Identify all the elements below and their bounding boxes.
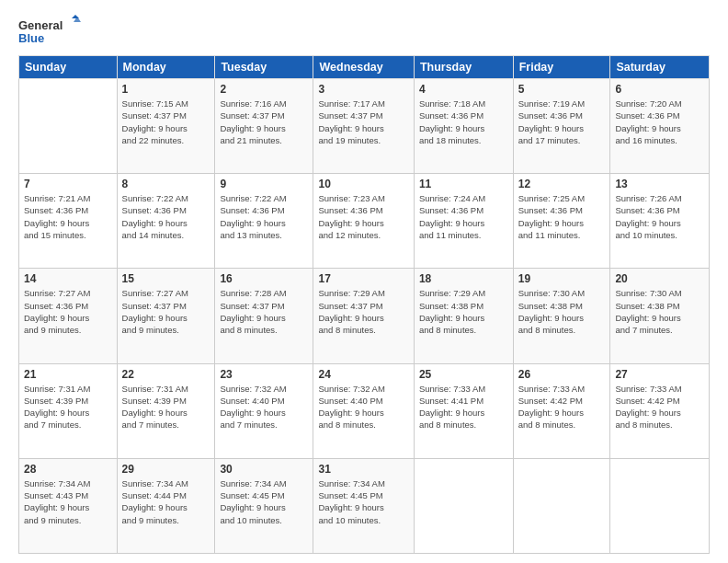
day-number: 6 — [615, 83, 704, 96]
day-info: Sunrise: 7:32 AMSunset: 4:40 PMDaylight:… — [220, 383, 308, 431]
day-info: Sunrise: 7:29 AMSunset: 4:38 PMDaylight:… — [419, 287, 508, 336]
day-info: Sunrise: 7:34 AMSunset: 4:45 PMDaylight:… — [220, 477, 308, 526]
day-info: Sunrise: 7:33 AMSunset: 4:41 PMDaylight:… — [419, 383, 508, 431]
calendar-cell: 12Sunrise: 7:25 AMSunset: 4:36 PMDayligh… — [513, 174, 610, 269]
day-number: 18 — [419, 272, 508, 285]
day-info: Sunrise: 7:17 AMSunset: 4:37 PMDaylight:… — [318, 98, 408, 146]
day-number: 31 — [318, 463, 408, 476]
day-number: 2 — [220, 83, 308, 96]
day-info: Sunrise: 7:28 AMSunset: 4:37 PMDaylight:… — [220, 287, 308, 336]
day-number: 22 — [122, 368, 210, 381]
day-of-week-header: Thursday — [414, 56, 513, 79]
day-of-week-header: Friday — [513, 56, 610, 79]
calendar-cell: 30Sunrise: 7:34 AMSunset: 4:45 PMDayligh… — [215, 458, 313, 553]
day-number: 4 — [419, 83, 508, 96]
day-info: Sunrise: 7:20 AMSunset: 4:36 PMDaylight:… — [615, 98, 704, 146]
calendar-cell — [610, 458, 710, 553]
calendar-cell: 19Sunrise: 7:30 AMSunset: 4:38 PMDayligh… — [513, 269, 610, 363]
day-info: Sunrise: 7:24 AMSunset: 4:36 PMDaylight:… — [419, 192, 508, 241]
day-info: Sunrise: 7:34 AMSunset: 4:44 PMDaylight:… — [122, 477, 210, 526]
calendar-week-row: 14Sunrise: 7:27 AMSunset: 4:36 PMDayligh… — [19, 269, 710, 363]
calendar-cell — [19, 79, 118, 174]
calendar-cell: 9Sunrise: 7:22 AMSunset: 4:36 PMDaylight… — [215, 174, 313, 269]
calendar-cell — [414, 458, 513, 553]
day-info: Sunrise: 7:31 AMSunset: 4:39 PMDaylight:… — [122, 383, 210, 431]
day-info: Sunrise: 7:30 AMSunset: 4:38 PMDaylight:… — [518, 287, 606, 336]
day-number: 8 — [122, 178, 210, 190]
day-number: 12 — [518, 178, 606, 190]
calendar-cell: 10Sunrise: 7:23 AMSunset: 4:36 PMDayligh… — [313, 174, 414, 269]
calendar-cell: 16Sunrise: 7:28 AMSunset: 4:37 PMDayligh… — [215, 269, 313, 363]
day-info: Sunrise: 7:27 AMSunset: 4:37 PMDaylight:… — [122, 287, 210, 336]
day-of-week-header: Wednesday — [313, 56, 414, 79]
logo: General Blue — [18, 15, 83, 48]
calendar-week-row: 7Sunrise: 7:21 AMSunset: 4:36 PMDaylight… — [19, 174, 710, 269]
day-info: Sunrise: 7:34 AMSunset: 4:45 PMDaylight:… — [318, 477, 408, 526]
day-number: 26 — [518, 368, 606, 381]
day-number: 19 — [518, 272, 606, 285]
day-number: 13 — [615, 178, 704, 190]
calendar-cell: 29Sunrise: 7:34 AMSunset: 4:44 PMDayligh… — [117, 458, 215, 553]
calendar-header-row: SundayMondayTuesdayWednesdayThursdayFrid… — [19, 56, 710, 79]
calendar-cell: 28Sunrise: 7:34 AMSunset: 4:43 PMDayligh… — [19, 458, 118, 553]
day-info: Sunrise: 7:30 AMSunset: 4:38 PMDaylight:… — [615, 287, 704, 336]
day-number: 5 — [518, 83, 606, 96]
calendar-cell: 15Sunrise: 7:27 AMSunset: 4:37 PMDayligh… — [117, 269, 215, 363]
calendar-cell: 26Sunrise: 7:33 AMSunset: 4:42 PMDayligh… — [513, 363, 610, 458]
calendar-week-row: 1Sunrise: 7:15 AMSunset: 4:37 PMDaylight… — [19, 79, 710, 174]
day-info: Sunrise: 7:33 AMSunset: 4:42 PMDaylight:… — [615, 383, 704, 431]
day-number: 25 — [419, 368, 508, 381]
day-of-week-header: Sunday — [19, 56, 118, 79]
calendar-cell: 8Sunrise: 7:22 AMSunset: 4:36 PMDaylight… — [117, 174, 215, 269]
day-number: 11 — [419, 178, 508, 190]
calendar-cell: 17Sunrise: 7:29 AMSunset: 4:37 PMDayligh… — [313, 269, 414, 363]
calendar-cell: 21Sunrise: 7:31 AMSunset: 4:39 PMDayligh… — [19, 363, 118, 458]
day-of-week-header: Saturday — [610, 56, 710, 79]
day-number: 21 — [24, 368, 112, 381]
day-number: 29 — [122, 463, 210, 476]
day-info: Sunrise: 7:22 AMSunset: 4:36 PMDaylight:… — [122, 192, 210, 241]
calendar-week-row: 21Sunrise: 7:31 AMSunset: 4:39 PMDayligh… — [19, 363, 710, 458]
day-number: 9 — [220, 178, 308, 190]
day-info: Sunrise: 7:21 AMSunset: 4:36 PMDaylight:… — [24, 192, 112, 241]
calendar-cell: 5Sunrise: 7:19 AMSunset: 4:36 PMDaylight… — [513, 79, 610, 174]
svg-text:General: General — [18, 18, 63, 32]
day-info: Sunrise: 7:23 AMSunset: 4:36 PMDaylight:… — [318, 192, 408, 241]
calendar-cell: 25Sunrise: 7:33 AMSunset: 4:41 PMDayligh… — [414, 363, 513, 458]
calendar-cell — [513, 458, 610, 553]
logo-svg: General Blue — [18, 15, 83, 48]
day-info: Sunrise: 7:31 AMSunset: 4:39 PMDaylight:… — [24, 383, 112, 431]
calendar-cell: 1Sunrise: 7:15 AMSunset: 4:37 PMDaylight… — [117, 79, 215, 174]
day-number: 14 — [24, 272, 112, 285]
calendar-cell: 11Sunrise: 7:24 AMSunset: 4:36 PMDayligh… — [414, 174, 513, 269]
day-number: 3 — [318, 83, 408, 96]
calendar-cell: 22Sunrise: 7:31 AMSunset: 4:39 PMDayligh… — [117, 363, 215, 458]
calendar-cell: 7Sunrise: 7:21 AMSunset: 4:36 PMDaylight… — [19, 174, 118, 269]
day-number: 30 — [220, 463, 308, 476]
calendar-cell: 13Sunrise: 7:26 AMSunset: 4:36 PMDayligh… — [610, 174, 710, 269]
svg-text:Blue: Blue — [18, 31, 44, 45]
day-number: 27 — [615, 368, 704, 381]
calendar-cell: 2Sunrise: 7:16 AMSunset: 4:37 PMDaylight… — [215, 79, 313, 174]
day-info: Sunrise: 7:15 AMSunset: 4:37 PMDaylight:… — [122, 98, 210, 146]
day-number: 10 — [318, 178, 408, 190]
day-number: 16 — [220, 272, 308, 285]
day-info: Sunrise: 7:29 AMSunset: 4:37 PMDaylight:… — [318, 287, 408, 336]
day-info: Sunrise: 7:16 AMSunset: 4:37 PMDaylight:… — [220, 98, 308, 146]
day-of-week-header: Monday — [117, 56, 215, 79]
calendar-cell: 4Sunrise: 7:18 AMSunset: 4:36 PMDaylight… — [414, 79, 513, 174]
day-info: Sunrise: 7:19 AMSunset: 4:36 PMDaylight:… — [518, 98, 606, 146]
day-number: 23 — [220, 368, 308, 381]
day-number: 28 — [24, 463, 112, 476]
day-info: Sunrise: 7:27 AMSunset: 4:36 PMDaylight:… — [24, 287, 112, 336]
calendar-week-row: 28Sunrise: 7:34 AMSunset: 4:43 PMDayligh… — [19, 458, 710, 553]
day-number: 17 — [318, 272, 408, 285]
day-number: 15 — [122, 272, 210, 285]
page: General Blue SundayMondayTuesdayWednesda… — [0, 0, 728, 563]
calendar-cell: 23Sunrise: 7:32 AMSunset: 4:40 PMDayligh… — [215, 363, 313, 458]
calendar-cell: 6Sunrise: 7:20 AMSunset: 4:36 PMDaylight… — [610, 79, 710, 174]
day-info: Sunrise: 7:25 AMSunset: 4:36 PMDaylight:… — [518, 192, 606, 241]
calendar-cell: 14Sunrise: 7:27 AMSunset: 4:36 PMDayligh… — [19, 269, 118, 363]
calendar-cell: 3Sunrise: 7:17 AMSunset: 4:37 PMDaylight… — [313, 79, 414, 174]
calendar-cell: 27Sunrise: 7:33 AMSunset: 4:42 PMDayligh… — [610, 363, 710, 458]
